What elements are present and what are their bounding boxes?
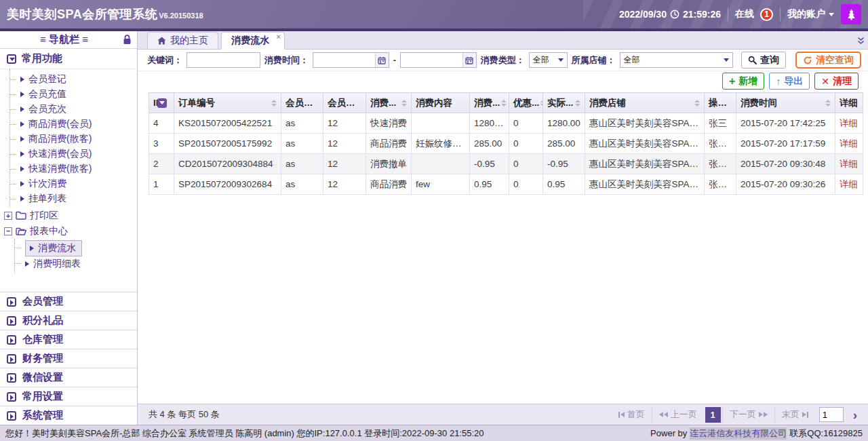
cell-card: 12	[323, 154, 366, 174]
cell-order: SP2015072005175992	[174, 134, 281, 154]
page-number-active[interactable]: 1	[705, 407, 721, 423]
arrow-right-icon	[20, 136, 24, 142]
sidebar-item-member-mgmt[interactable]: 会员管理	[0, 292, 137, 311]
sort-icon[interactable]	[575, 100, 580, 107]
sort-icon[interactable]	[694, 100, 700, 107]
detail-link[interactable]: 详细	[840, 138, 858, 149]
sidebar-item-count-consume[interactable]: 计次消费	[10, 176, 137, 191]
table-row[interactable]: 4 KS2015072005422521 as 12 快速消费 1280.00 …	[149, 113, 863, 134]
sort-icon[interactable]	[401, 100, 407, 107]
close-icon[interactable]	[277, 33, 281, 41]
sidebar-folder-print[interactable]: 打印区	[0, 208, 137, 223]
date-from-input[interactable]	[313, 53, 375, 67]
col-header-card[interactable]: 会员卡号	[323, 93, 366, 113]
col-header-id[interactable]: ID	[149, 93, 174, 113]
col-header-amount[interactable]: 消费...	[470, 93, 509, 113]
col-header-name[interactable]: 会员姓名	[281, 93, 323, 113]
sidebar-item-pending-list[interactable]: 挂单列表	[10, 191, 137, 206]
sort-icon[interactable]	[271, 100, 277, 107]
common-functions-tree: 会员登记 会员充值 会员充次 商品消费(会员) 商品消费(散客) 快速消费(会员…	[9, 69, 137, 208]
table-row[interactable]: 3 SP2015072005175992 as 12 商品消费 妊娠纹修复套 2…	[149, 134, 863, 154]
sidebar-item-common-functions[interactable]: 常用功能	[0, 49, 137, 69]
sidebar-folder-reports[interactable]: 报表中心	[0, 223, 137, 239]
col-header-discount[interactable]: 优惠...	[509, 93, 543, 113]
cell-type: 商品消费	[366, 134, 412, 154]
page-jump-input[interactable]	[819, 407, 844, 422]
clean-button[interactable]: ✕ 清理	[814, 73, 859, 90]
lock-icon[interactable]	[123, 35, 132, 45]
expand-icon[interactable]	[4, 212, 12, 220]
detail-link[interactable]: 详细	[840, 118, 858, 128]
main-area: 我的主页 消费流水 关键词： 消费时间：	[138, 31, 868, 425]
sort-icon[interactable]	[825, 100, 831, 107]
arrow-right-icon	[20, 121, 24, 127]
shop-select[interactable]: 全部	[620, 52, 733, 68]
table-row[interactable]: 1 SP2015072009302684 as 12 商品消费 few 0.95…	[149, 174, 863, 195]
next-page-button[interactable]: 下一页	[722, 407, 774, 423]
sidebar-item-wechat[interactable]: 微信设置	[0, 368, 137, 387]
sidebar-item-warehouse[interactable]: 仓库管理	[0, 330, 137, 349]
keyword-input[interactable]	[187, 53, 260, 67]
col-header-type[interactable]: 消费...	[366, 93, 412, 113]
col-header-order[interactable]: 订单编号	[174, 93, 281, 113]
sidebar-item-system-mgmt[interactable]: 系统管理	[0, 406, 137, 425]
export-button[interactable]: ↑ 导出	[769, 73, 810, 90]
tab-home[interactable]: 我的主页	[147, 32, 218, 49]
col-header-operator[interactable]: 操作人	[705, 93, 736, 113]
tab-label: 我的主页	[170, 35, 208, 47]
theme-button[interactable]	[841, 4, 861, 24]
first-page-button[interactable]: 首页	[612, 407, 652, 423]
date-range-separator: -	[393, 55, 396, 65]
sidebar-item-goods-member[interactable]: 商品消费(会员)	[10, 117, 137, 132]
sidebar-item-consume-flow[interactable]: 消费流水	[15, 240, 137, 256]
sort-icon[interactable]	[501, 100, 507, 107]
sidebar-item-points-gifts[interactable]: 积分礼品	[0, 311, 137, 330]
tabs-collapse-button[interactable]	[854, 34, 867, 47]
collapse-icon[interactable]	[4, 227, 12, 235]
sidebar-item-member-register[interactable]: 会员登记	[10, 72, 137, 87]
tab-consume-flow[interactable]: 消费流水	[221, 32, 285, 50]
clear-search-button[interactable]: 清空查询	[795, 52, 861, 69]
app-version: V6.20150318	[159, 12, 203, 20]
prev-page-button[interactable]: 上一页	[652, 407, 704, 423]
arrow-right-icon	[25, 261, 29, 267]
go-page-icon[interactable]	[849, 408, 861, 421]
contact-qq: 联系QQ:16129825	[789, 427, 863, 440]
sidebar-item-common-settings[interactable]: 常用设置	[0, 387, 137, 406]
last-page-button[interactable]: 末页	[774, 407, 815, 423]
col-header-shop[interactable]: 消费店铺	[585, 93, 705, 113]
search-button[interactable]: 查询	[741, 52, 786, 69]
col-header-content[interactable]: 消费内容	[412, 93, 470, 113]
cell-discount: 0	[509, 113, 543, 134]
column-menu-icon[interactable]	[157, 98, 167, 108]
cell-type: 快速消费	[366, 113, 412, 134]
tree-item-label: 快速消费(会员)	[28, 148, 92, 160]
add-button[interactable]: + 新增	[722, 73, 764, 90]
table-row[interactable]: 2 CD2015072009304884 as 12 消费撤单 -0.95 0 …	[149, 154, 863, 174]
sidebar-item-member-times[interactable]: 会员充次	[10, 102, 137, 117]
calendar-icon[interactable]	[375, 53, 389, 67]
col-header-time[interactable]: 消费时间	[736, 93, 835, 113]
detail-link[interactable]: 详细	[840, 159, 858, 169]
account-menu[interactable]: 我的账户	[787, 8, 834, 20]
sidebar-item-member-recharge[interactable]: 会员充值	[10, 87, 137, 102]
sidebar-item-quick-member[interactable]: 快速消费(会员)	[10, 147, 137, 161]
date-to-input[interactable]	[401, 53, 462, 67]
cell-order: SP2015072009302684	[174, 174, 281, 195]
cell-order: CD2015072009304884	[174, 154, 281, 174]
calendar-icon[interactable]	[462, 53, 476, 67]
sidebar-item-finance[interactable]: 财务管理	[0, 349, 137, 368]
section-label: 财务管理	[22, 352, 63, 365]
online-indicator[interactable]: 在线 1	[735, 8, 773, 21]
sidebar-item-consume-detail-report[interactable]: 消费明细表	[15, 256, 137, 271]
sidebar-item-quick-guest[interactable]: 快速消费(散客)	[10, 161, 137, 176]
col-header-actual[interactable]: 实际...	[543, 93, 585, 113]
plus-icon: +	[729, 76, 735, 87]
consume-type-select[interactable]: 全部	[529, 52, 568, 68]
sidebar-item-goods-guest[interactable]: 商品消费(散客)	[10, 132, 137, 147]
company-link[interactable]: 连云港信友科技有限公司	[690, 427, 787, 440]
detail-link[interactable]: 详细	[840, 179, 858, 189]
cell-content	[412, 154, 470, 174]
prev-page-label: 上一页	[671, 408, 697, 421]
cell-shop: 惠山区美时美刻美容SPA会所	[585, 154, 705, 174]
